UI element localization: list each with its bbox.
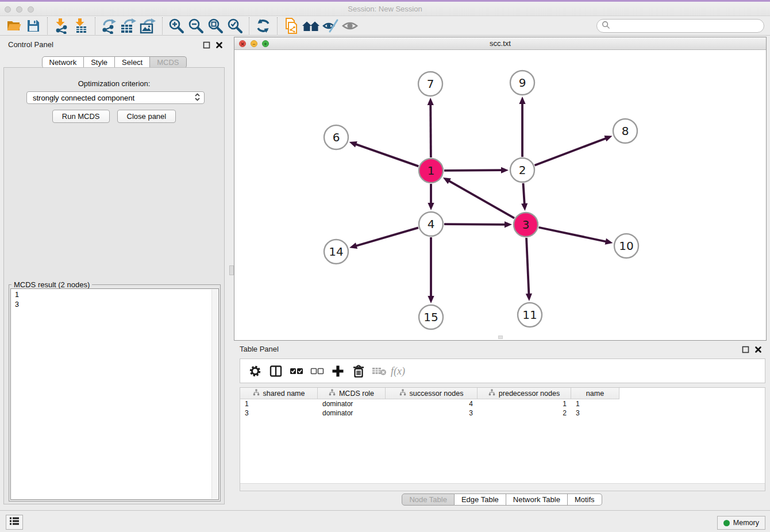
edge-1-2[interactable] — [444, 170, 502, 171]
table-cell[interactable]: 1 — [571, 399, 619, 408]
graph-node-8[interactable]: 8 — [613, 119, 637, 143]
table-cell[interactable]: 1 — [240, 399, 318, 408]
search-input[interactable] — [613, 20, 764, 32]
table-horizontal-scrollbar[interactable] — [240, 483, 765, 491]
refresh-view-icon[interactable] — [253, 17, 273, 34]
canvas-resize-grip[interactable] — [498, 336, 503, 339]
graph-node-4[interactable]: 4 — [419, 212, 443, 236]
edge-3-11[interactable] — [526, 238, 529, 295]
import-network-icon[interactable] — [52, 17, 71, 34]
search-field[interactable] — [596, 19, 764, 33]
graph-node-7[interactable]: 7 — [418, 72, 442, 96]
memory-button[interactable]: Memory — [717, 516, 765, 530]
duplicate-network-icon[interactable] — [282, 17, 301, 34]
table-cell[interactable]: 4 — [386, 399, 478, 408]
deselect-checkboxes-icon[interactable] — [307, 362, 328, 380]
float-table-panel-icon[interactable] — [742, 345, 749, 353]
tab-motifs[interactable]: Motifs — [568, 494, 602, 506]
graph-node-9[interactable]: 9 — [510, 71, 534, 95]
column-header-name[interactable]: name — [571, 388, 619, 399]
export-image-icon[interactable] — [138, 17, 158, 34]
table-cell[interactable]: 2 — [478, 408, 571, 418]
edge-3-1[interactable] — [448, 180, 514, 218]
tab-node-table[interactable]: Node Table — [402, 494, 455, 506]
svg-text:10: 10 — [619, 239, 633, 253]
graph-node-11[interactable]: 11 — [518, 303, 542, 327]
edge-1-7[interactable] — [430, 104, 431, 157]
svg-text:14: 14 — [329, 245, 343, 259]
tab-style[interactable]: Style — [84, 56, 115, 68]
delete-table-icon — [369, 362, 390, 380]
zoom-fit-icon[interactable] — [206, 17, 225, 34]
graph-node-15[interactable]: 15 — [419, 305, 443, 329]
close-panel-icon[interactable] — [215, 41, 223, 48]
edge-4-3[interactable] — [444, 224, 506, 225]
table-cell[interactable]: 3 — [571, 408, 619, 418]
export-network-icon[interactable] — [99, 17, 119, 34]
tab-mcds[interactable]: MCDS — [150, 56, 186, 68]
column-header-shared-name[interactable]: shared name — [240, 388, 318, 399]
network-canvas[interactable]: 7968124314101511 — [234, 50, 766, 340]
network-window-titlebar[interactable]: ✕ − + scc.txt — [234, 37, 766, 50]
svg-text:7: 7 — [427, 77, 434, 91]
table-row[interactable]: 1dominator411 — [240, 399, 765, 408]
task-history-button[interactable] — [6, 515, 23, 530]
svg-text:4: 4 — [428, 217, 435, 231]
graph-node-10[interactable]: 10 — [614, 234, 638, 258]
gear-icon[interactable] — [245, 362, 265, 380]
edge-4-14[interactable] — [356, 228, 418, 246]
zoom-out-icon[interactable] — [186, 17, 206, 34]
graph-node-1[interactable]: 1 — [419, 159, 443, 183]
run-mcds-button[interactable]: Run MCDS — [52, 110, 110, 123]
close-panel-button[interactable]: Close panel — [117, 110, 176, 123]
graph-node-6[interactable]: 6 — [324, 125, 348, 149]
table-cell[interactable]: 3 — [386, 408, 478, 418]
table-cell[interactable]: dominator — [318, 408, 386, 418]
edge-3-10[interactable] — [539, 228, 607, 242]
open-file-icon[interactable] — [4, 17, 24, 34]
criterion-select[interactable]: strongly connected component — [26, 91, 205, 104]
add-column-icon[interactable] — [328, 362, 348, 380]
svg-text:11: 11 — [522, 308, 537, 322]
edge-2-3[interactable] — [523, 183, 524, 205]
eye-strikethrough-icon[interactable] — [321, 17, 340, 34]
close-table-panel-icon[interactable] — [754, 345, 762, 353]
select-all-checkboxes-icon[interactable] — [286, 362, 307, 380]
zoom-in-icon[interactable] — [167, 17, 186, 34]
table-row[interactable]: 3dominator323 — [240, 408, 765, 418]
panel-splitter-handle[interactable] — [229, 265, 234, 275]
list-icon — [9, 516, 20, 528]
graph-node-3[interactable]: 3 — [514, 213, 538, 237]
houses-icon[interactable] — [301, 17, 321, 34]
table-cell[interactable]: dominator — [318, 399, 386, 408]
eye-icon[interactable] — [340, 17, 360, 34]
svg-text:8: 8 — [622, 124, 629, 138]
tab-network-table[interactable]: Network Table — [506, 494, 568, 506]
column-header-MCDS-role[interactable]: MCDS role — [318, 388, 386, 399]
table-cell[interactable]: 3 — [240, 408, 318, 418]
column-header-successor-nodes[interactable]: successor nodes — [386, 388, 478, 399]
result-scrollbar[interactable] — [211, 290, 218, 499]
tab-select[interactable]: Select — [115, 56, 150, 68]
column-header-predecessor-nodes[interactable]: predecessor nodes — [478, 388, 571, 399]
export-table-icon[interactable] — [119, 17, 138, 34]
table-cell[interactable]: 1 — [478, 399, 571, 408]
mcds-result-textarea[interactable]: 13 — [10, 288, 219, 500]
zoom-selected-icon[interactable] — [225, 17, 245, 34]
function-builder-icon: f(x) — [390, 362, 410, 380]
graph-node-2[interactable]: 2 — [510, 158, 534, 182]
edge-2-8[interactable] — [535, 138, 607, 165]
delete-column-icon[interactable] — [348, 362, 369, 380]
toggle-panel-icon[interactable] — [265, 362, 286, 380]
import-table-icon[interactable] — [71, 17, 91, 34]
graph-node-14[interactable]: 14 — [324, 240, 348, 264]
memory-status-icon — [723, 520, 730, 526]
float-panel-icon[interactable] — [203, 41, 210, 48]
edge-1-6[interactable] — [355, 144, 418, 167]
tab-edge-table[interactable]: Edge Table — [455, 494, 506, 506]
tab-network[interactable]: Network — [41, 56, 84, 68]
hierarchy-icon — [253, 389, 260, 398]
network-graph[interactable]: 7968124314101511 — [234, 50, 766, 340]
save-session-icon[interactable] — [24, 17, 43, 34]
result-line: 3 — [15, 300, 218, 310]
